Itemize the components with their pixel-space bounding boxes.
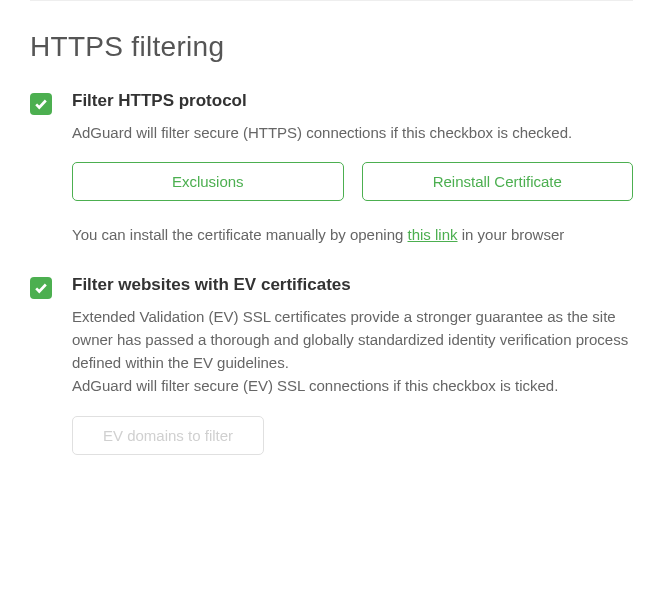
this-link[interactable]: this link xyxy=(408,226,458,243)
filter-https-desc: AdGuard will filter secure (HTTPS) conne… xyxy=(72,121,633,144)
certificate-note: You can install the certificate manually… xyxy=(72,223,633,246)
filter-https-row: Filter HTTPS protocol AdGuard will filte… xyxy=(30,91,633,247)
ev-desc-1: Extended Validation (EV) SSL certificate… xyxy=(72,308,628,372)
filter-ev-content: Filter websites with EV certificates Ext… xyxy=(72,275,633,455)
note-suffix: in your browser xyxy=(458,226,565,243)
filter-https-content: Filter HTTPS protocol AdGuard will filte… xyxy=(72,91,633,247)
ev-domains-button[interactable]: EV domains to filter xyxy=(72,416,264,455)
section-title: HTTPS filtering xyxy=(30,31,633,63)
ev-desc-2: AdGuard will filter secure (EV) SSL conn… xyxy=(72,377,558,394)
section-divider xyxy=(30,0,633,1)
filter-ev-desc: Extended Validation (EV) SSL certificate… xyxy=(72,305,633,398)
filter-ev-row: Filter websites with EV certificates Ext… xyxy=(30,275,633,455)
check-icon xyxy=(34,281,48,295)
reinstall-certificate-button[interactable]: Reinstall Certificate xyxy=(362,162,634,201)
filter-ev-checkbox[interactable] xyxy=(30,277,52,299)
note-prefix: You can install the certificate manually… xyxy=(72,226,408,243)
exclusions-button[interactable]: Exclusions xyxy=(72,162,344,201)
filter-https-buttons: Exclusions Reinstall Certificate xyxy=(72,162,633,201)
check-icon xyxy=(34,97,48,111)
filter-https-title: Filter HTTPS protocol xyxy=(72,91,633,111)
filter-ev-title: Filter websites with EV certificates xyxy=(72,275,633,295)
ev-button-row: EV domains to filter xyxy=(72,416,633,455)
filter-https-checkbox[interactable] xyxy=(30,93,52,115)
